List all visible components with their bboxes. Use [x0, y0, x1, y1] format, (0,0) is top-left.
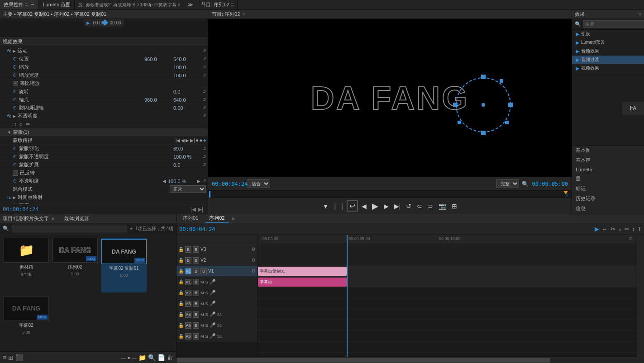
button-editor-btn[interactable]: ⊞ — [450, 202, 459, 211]
mask-opacity-row[interactable]: ⏱ 蒙版不透明度 100.0 % ↺ — [0, 153, 208, 161]
select-tool-btn[interactable]: ▶ — [595, 226, 599, 232]
project-item-seq2[interactable]: DA FANG MOV 字幕02 复制01 5:00 — [101, 238, 147, 292]
keyframe-diamond-active[interactable]: ◆ — [203, 138, 206, 142]
clip-v1-top[interactable]: 字幕02复制01 — [258, 267, 347, 276]
preview-fit-select[interactable]: 适合 — [248, 179, 270, 188]
insert-btn[interactable]: ⊂ — [415, 202, 424, 211]
timeline-tab-seq1[interactable]: 序列01 — [179, 214, 202, 223]
effects-timeline-strip[interactable]: ▶ 00:00 00:00 字幕02 复制01 ◆ ◆ — [0, 19, 208, 37]
v2-settings-btn[interactable]: ⚙ — [251, 257, 256, 263]
project-new-bin-btn[interactable]: 📁 — [138, 354, 146, 361]
track-lane-a5[interactable] — [258, 331, 637, 342]
mask-expansion-row[interactable]: ⏱ 蒙版扩展 0.0 ↺ — [0, 161, 208, 169]
a6-vis-btn[interactable]: B — [193, 333, 199, 339]
blend-mode-select[interactable]: 正常 — [170, 185, 206, 193]
goto-end-btn[interactable]: ▶| — [198, 206, 203, 212]
project-free-form-btn[interactable]: ⬛ — [15, 354, 23, 361]
lumetri-tab[interactable]: Lumetri 范围 — [39, 0, 75, 9]
motion-group-header[interactable]: fx ▶ 运动 ↺ — [0, 47, 208, 55]
expand-icon[interactable]: ≫ — [184, 0, 197, 9]
position-row[interactable]: ⏱ 位置 960.0 540.0 ↺ — [0, 55, 208, 63]
project-item-sub2[interactable]: DA FANG MOV 字幕02 5:00 — [4, 296, 49, 348]
a2-target-btn[interactable]: A2 — [185, 290, 191, 296]
clip-v1-bottom[interactable]: 字幕02 — [258, 278, 347, 287]
a3-target-btn[interactable]: A3 — [185, 301, 191, 307]
v2-vis-btn[interactable]: B — [185, 257, 191, 264]
a2-lock-btn[interactable]: 🔒 — [178, 290, 184, 295]
timeline-v-scrollbar[interactable] — [637, 235, 644, 357]
a5-s-btn[interactable]: S — [205, 323, 208, 328]
pen-tool-btn[interactable]: ✏ — [625, 226, 630, 232]
scale-width-row[interactable]: ⏱ 缩放宽度 100.0 ↺ — [0, 71, 208, 80]
text-tool-btn[interactable]: T — [638, 226, 641, 232]
markers-section[interactable]: 标记 — [572, 184, 644, 194]
effects-controls-tab[interactable]: 效果控件 = ☰ — [0, 0, 39, 9]
play-btn[interactable]: ▶ — [370, 200, 380, 212]
project-list-view-btn[interactable]: ≡ — [3, 354, 6, 361]
a6-s-btn[interactable]: S — [205, 334, 208, 339]
project-search-input[interactable] — [12, 225, 127, 232]
blend-mode-row[interactable]: 混合模式 正常 — [0, 185, 208, 193]
step-frame-back-btn[interactable]: ◀ — [360, 202, 368, 211]
a6-lock-btn[interactable]: 🔒 — [178, 334, 184, 339]
inverted-checkbox[interactable] — [13, 170, 18, 176]
timeline-menu[interactable]: ≡ — [232, 216, 235, 221]
track-lane-a2[interactable] — [258, 298, 637, 309]
a3-m-btn[interactable]: M — [200, 302, 204, 306]
program-monitor-tab[interactable]: 节目: 序列02 = — [197, 0, 238, 9]
a1-lock-btn[interactable]: 🔒 — [178, 279, 184, 284]
layer-section[interactable]: 层 — [572, 174, 644, 184]
go-to-in-btn[interactable]: | — [339, 202, 345, 211]
track-lane-v1[interactable]: 字幕02复制01 字幕02 — [258, 266, 637, 288]
a4-vis-btn[interactable]: B — [193, 311, 199, 318]
track-lane-v3[interactable] — [258, 244, 637, 255]
v2-lock-btn[interactable]: 🔒 — [178, 258, 184, 263]
keyframe-diamond-2[interactable]: ◆ — [200, 138, 202, 142]
a5-target-btn[interactable]: A5 — [185, 322, 191, 329]
mask-circle-container[interactable] — [449, 71, 517, 140]
overwrite-btn[interactable]: ⊃ — [426, 202, 435, 211]
v1-settings-btn[interactable]: ⚙ — [251, 268, 256, 274]
a5-lock-btn[interactable]: 🔒 — [178, 323, 184, 328]
basic-image-section[interactable]: 基本图 — [572, 146, 644, 156]
a3-vis-btn[interactable]: B — [193, 301, 199, 307]
v1-vis-btn[interactable]: B — [193, 268, 199, 274]
a4-m-btn[interactable]: M — [200, 312, 204, 317]
info-section[interactable]: 信息 — [572, 204, 644, 214]
goto-start-btn[interactable]: |◀ — [191, 206, 196, 212]
project-add-btn[interactable]: + — [130, 226, 133, 231]
track-lane-v2[interactable] — [258, 255, 637, 266]
effects-tree-item-1[interactable]: ▶ 预设 — [572, 30, 644, 38]
v1-enable-btn[interactable]: B — [200, 268, 207, 274]
slip-tool-btn[interactable]: ⬦ — [618, 226, 622, 232]
anchor-point-row[interactable]: ⏱ 锚点 960.0 540.0 ↺ — [0, 96, 208, 104]
a6-m-btn[interactable]: M — [200, 334, 204, 339]
project-icon-view-btn[interactable]: ⊞ — [8, 354, 14, 361]
a3-s-btn[interactable]: S — [205, 302, 208, 306]
a6-target-btn[interactable]: A6 — [185, 333, 191, 339]
effects-search-input[interactable] — [583, 20, 644, 28]
a3-lock-btn[interactable]: 🔒 — [178, 301, 184, 306]
mask-path-controls[interactable]: |◀ ◀ ▶ ▶| ◆ ◆ ◆ — [176, 138, 206, 143]
v3-lock-btn[interactable]: 🔒 — [178, 247, 184, 252]
a5-m-btn[interactable]: M — [200, 323, 204, 328]
hand-tool-btn[interactable]: ↕ — [632, 226, 635, 232]
project-search-btn[interactable]: 🔍 — [148, 354, 156, 361]
track-lane-a1[interactable] — [258, 288, 637, 298]
a4-target-btn[interactable]: A4 — [185, 311, 191, 318]
flicker-filter-row[interactable]: ⏱ 防闪烁滤镜 0.00 ↺ — [0, 104, 208, 112]
timeline-tab-seq2[interactable]: 序列02 — [205, 214, 228, 223]
step-back-btn[interactable]: ↩ — [347, 200, 358, 212]
effects-browser-menu[interactable]: ≡ — [639, 12, 641, 17]
effects-tree-item-4[interactable]: ▶ 音频过渡 — [572, 56, 644, 64]
a1-s-btn[interactable]: S — [205, 280, 208, 284]
project-item-folder[interactable]: 📁 素材箱 9个项 — [4, 238, 49, 292]
media-browser-tab[interactable]: 媒体浏览器 — [64, 215, 89, 222]
program-monitor-menu[interactable]: ≡ — [243, 12, 245, 17]
v1-target-btn[interactable]: V1 — [185, 268, 191, 274]
v3-settings-btn[interactable]: ⚙ — [251, 246, 256, 252]
track-lane-a4[interactable] — [258, 320, 637, 331]
inverted-row[interactable]: 已反转 — [0, 169, 208, 177]
a5-vis-btn[interactable]: B — [193, 322, 199, 329]
a2-vis-btn[interactable]: B — [193, 290, 199, 296]
